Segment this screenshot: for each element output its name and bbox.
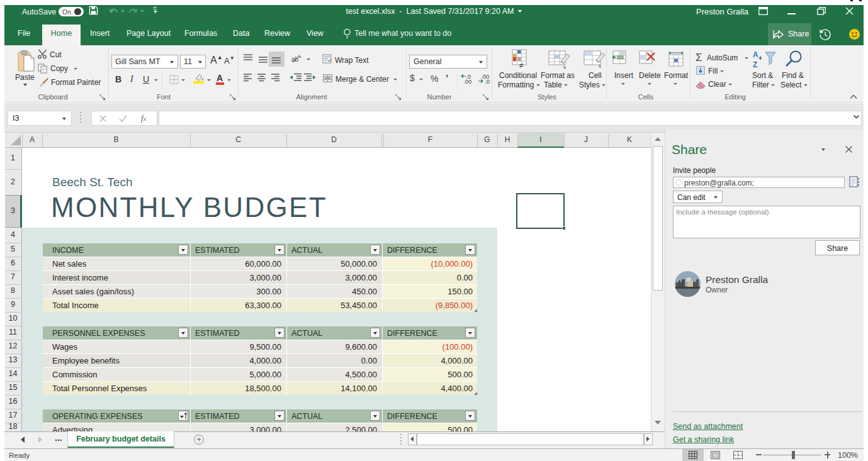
svg-text:≠: ≠ <box>519 61 524 69</box>
svg-text:Z: Z <box>753 60 757 69</box>
svg-text:ab: ab <box>291 56 299 63</box>
svg-text:A: A <box>753 50 758 59</box>
